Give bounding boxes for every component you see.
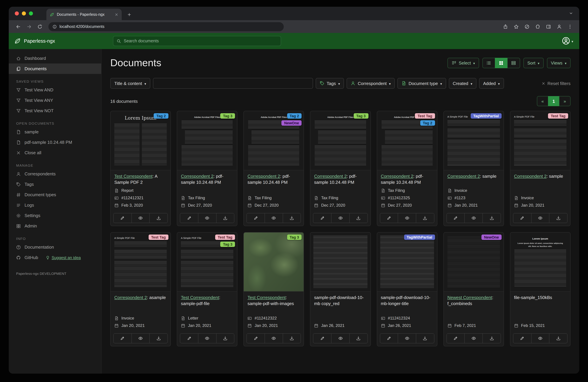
- view-button[interactable]: [331, 213, 349, 223]
- correspondent-link[interactable]: Test Correspondent: [248, 295, 286, 300]
- sidebar-item-settings[interactable]: Settings: [9, 210, 101, 221]
- created-date-row[interactable]: Jan 20, 2021: [248, 323, 300, 328]
- created-date-row[interactable]: Dec 27, 2020: [314, 203, 367, 208]
- edit-button[interactable]: [380, 334, 398, 343]
- asn-row[interactable]: #112412324: [381, 316, 433, 321]
- download-button[interactable]: [283, 213, 301, 223]
- search-input[interactable]: [124, 39, 277, 43]
- document-thumbnail[interactable]: Adobe Acrobat PDF Files Tag 3: [177, 111, 237, 170]
- sidebar-item-sample[interactable]: sample: [9, 127, 101, 137]
- asn-row[interactable]: #112412325: [381, 196, 433, 200]
- views-button[interactable]: Views: [547, 58, 570, 68]
- document-thumbnail[interactable]: Lorem ipsumLorem ipsum dolor sit amet, c…: [510, 233, 570, 292]
- document-thumbnail[interactable]: NewOne: [444, 233, 504, 292]
- document-thumbnail[interactable]: TagWithPartial: [377, 233, 437, 292]
- tag-badge[interactable]: Tag 2: [154, 113, 168, 119]
- filter-text-input[interactable]: [153, 78, 313, 89]
- sidebar-item-tags[interactable]: Tags: [9, 179, 101, 189]
- back-button[interactable]: [13, 22, 23, 31]
- correspondent-link[interactable]: Correspondent 2: [381, 174, 413, 179]
- document-type-row[interactable]: Tax Filing: [314, 196, 367, 200]
- profile-button[interactable]: [554, 22, 564, 31]
- download-button[interactable]: [149, 334, 168, 343]
- view-button[interactable]: [331, 334, 349, 343]
- view-button[interactable]: [398, 213, 416, 223]
- download-button[interactable]: [216, 334, 234, 343]
- edit-button[interactable]: [180, 334, 198, 343]
- document-thumbnail[interactable]: Tag 3: [244, 233, 304, 292]
- asn-row[interactable]: #112412321: [114, 196, 167, 200]
- created-date-row[interactable]: Jan 26, 2021: [381, 323, 433, 328]
- site-info-icon[interactable]: [52, 24, 57, 29]
- edit-button[interactable]: [114, 213, 131, 223]
- minimize-button[interactable]: [22, 11, 26, 16]
- browser-menu-button[interactable]: [565, 22, 575, 31]
- correspondent-link[interactable]: Test Correspondent: [114, 174, 152, 179]
- address-bar[interactable]: localhost:4200/documents: [48, 22, 284, 31]
- correspondent-link[interactable]: Correspondent 2: [114, 295, 147, 300]
- tag-badge[interactable]: Tag 3: [287, 235, 302, 240]
- download-button[interactable]: [549, 213, 567, 223]
- download-button[interactable]: [349, 334, 367, 343]
- document-type-row[interactable]: Invoice: [114, 316, 167, 321]
- pagination-page-1[interactable]: 1: [548, 96, 559, 106]
- forward-button[interactable]: [24, 22, 34, 31]
- edit-button[interactable]: [513, 213, 531, 223]
- created-date-row[interactable]: Feb 15, 2021: [514, 323, 567, 328]
- sidebar-item-documentation[interactable]: Documentation: [9, 242, 101, 252]
- created-date-row[interactable]: Dec 27, 2020: [248, 203, 300, 208]
- tag-badge[interactable]: Tag 2: [420, 120, 435, 126]
- download-button[interactable]: [416, 334, 434, 343]
- filter-correspondent-dropdown[interactable]: Correspondent: [347, 78, 395, 89]
- share-button[interactable]: [501, 22, 510, 31]
- tag-badge[interactable]: Test Tag: [215, 235, 235, 240]
- close-button[interactable]: [15, 11, 19, 16]
- correspondent-link[interactable]: Correspondent 2: [314, 174, 347, 179]
- created-date-row[interactable]: Jan 26, 2021: [314, 323, 367, 328]
- extensions-button[interactable]: [533, 22, 542, 31]
- filter-tags-dropdown[interactable]: Tags: [315, 78, 344, 89]
- created-date-row[interactable]: Jan 20, 2021: [114, 323, 167, 328]
- brand[interactable]: Paperless-ngx: [14, 38, 55, 44]
- tab-close-icon[interactable]: [115, 13, 118, 16]
- tab-list-chevron-icon[interactable]: [569, 11, 573, 16]
- view-button[interactable]: [531, 213, 549, 223]
- created-date-row[interactable]: Feb 7, 2021: [447, 323, 500, 328]
- sidebar-item-admin[interactable]: Admin: [9, 221, 101, 231]
- download-button[interactable]: [549, 334, 567, 343]
- download-button[interactable]: [349, 213, 367, 223]
- view-button[interactable]: [398, 334, 416, 343]
- side-panel-button[interactable]: [544, 22, 553, 31]
- edit-button[interactable]: [247, 334, 265, 343]
- sidebar-item-github[interactable]: GitHubSuggest an idea: [9, 252, 101, 263]
- document-thumbnail[interactable]: Adobe Acrobat PDF Files Test TagTag 2: [377, 111, 437, 170]
- correspondent-link[interactable]: Correspondent 2: [514, 174, 547, 179]
- document-thumbnail[interactable]: A Simple PDF File Test Tag: [510, 111, 570, 170]
- correspondent-link[interactable]: Correspondent 2: [181, 174, 213, 179]
- download-button[interactable]: [483, 334, 501, 343]
- created-date-row[interactable]: Jan 20, 2021: [447, 203, 500, 208]
- filter-field-dropdown[interactable]: Title & content: [110, 78, 150, 89]
- created-date-row[interactable]: Dec 27, 2020: [381, 203, 433, 208]
- pagination-next-button[interactable]: »: [559, 96, 570, 106]
- edit-button[interactable]: [380, 213, 398, 223]
- download-button[interactable]: [216, 213, 234, 223]
- document-type-row[interactable]: Letter: [181, 316, 233, 321]
- document-thumbnail[interactable]: Adobe Acrobat PDF Files Tag 3: [311, 111, 370, 170]
- filter-doctype-dropdown[interactable]: Document type: [397, 78, 446, 89]
- download-button[interactable]: [283, 334, 301, 343]
- sidebar-item-pdf-sample-10-24-48-pm[interactable]: pdf-sample 10.24.48 PM: [9, 137, 101, 147]
- created-date-row[interactable]: Feb 3, 2020: [114, 203, 167, 208]
- created-date-row[interactable]: Dec 27, 2020: [181, 203, 233, 208]
- sidebar-item-test-view-and[interactable]: Test View AND: [9, 85, 101, 95]
- document-type-row[interactable]: Tax Filing: [181, 196, 233, 200]
- sidebar-item-close-all[interactable]: Close all: [9, 147, 101, 158]
- tag-badge[interactable]: TagWithPartial: [404, 235, 435, 240]
- tag-badge[interactable]: Tag 3: [354, 113, 368, 119]
- tag-badge[interactable]: NewOne: [282, 120, 302, 126]
- tag-badge[interactable]: NewOne: [482, 235, 502, 240]
- view-button[interactable]: [464, 334, 483, 343]
- sidebar-item-correspondents[interactable]: Correspondents: [9, 169, 101, 179]
- tag-badge[interactable]: Test Tag: [148, 235, 168, 240]
- user-menu[interactable]: [562, 37, 573, 45]
